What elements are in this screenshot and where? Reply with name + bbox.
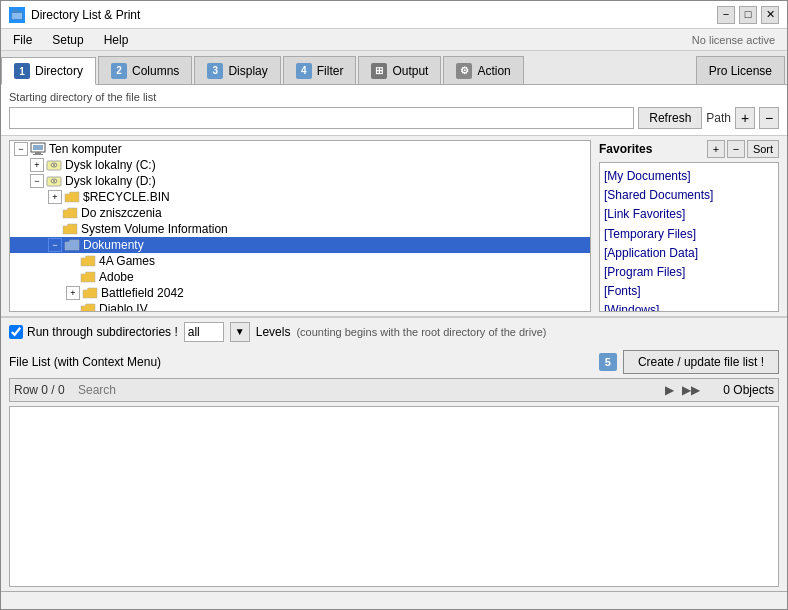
path-label: Path — [706, 111, 731, 125]
menu-help[interactable]: Help — [96, 31, 137, 49]
status-bar — [1, 591, 787, 609]
create-btn-group: 5 Create / update file list ! — [599, 350, 779, 374]
tree-item-label: Diablo IV — [99, 302, 148, 312]
expand-dokumenty[interactable]: − — [48, 238, 62, 252]
create-filelist-button[interactable]: Create / update file list ! — [623, 350, 779, 374]
favorites-panel: Favorites + − Sort [My Documents] [Share… — [599, 140, 779, 312]
subdirs-checkbox-label[interactable]: Run through subdirectories ! — [9, 325, 178, 339]
tree-item-diablo[interactable]: Diablo IV — [10, 301, 590, 312]
minimize-button[interactable]: − — [717, 6, 735, 24]
search-row: Row 0 / 0 ▶ ▶▶ 0 Objects — [9, 378, 779, 402]
tab-bar: 1 Directory 2 Columns 3 Display 4 Filter… — [1, 51, 787, 85]
folder-svi-icon — [62, 223, 78, 235]
expand-recycle[interactable]: + — [48, 190, 62, 204]
tab-columns-number: 2 — [111, 63, 127, 79]
tab-pro-label: Pro License — [709, 64, 772, 78]
search-input[interactable] — [78, 383, 656, 397]
favorites-remove-button[interactable]: − — [727, 140, 745, 158]
tree-item-label: System Volume Information — [81, 222, 228, 236]
filelist-header: File List (with Context Menu) 5 Create /… — [9, 350, 779, 374]
tree-item-d[interactable]: − Dysk lokalny (D:) — [10, 173, 590, 189]
favorites-header: Favorites + − Sort — [599, 140, 779, 158]
folder-4agames-icon — [80, 255, 96, 267]
favorites-add-button[interactable]: + — [707, 140, 725, 158]
favorites-sort-button[interactable]: Sort — [747, 140, 779, 158]
expand-computer[interactable]: − — [14, 142, 28, 156]
drive-d-icon — [46, 174, 62, 188]
fav-item-linkfav[interactable]: [Link Favorites] — [604, 205, 774, 224]
tab-action[interactable]: ⚙ Action — [443, 56, 523, 84]
subdirs-checkbox[interactable] — [9, 325, 23, 339]
levels-input[interactable] — [184, 322, 224, 342]
svg-rect-2 — [12, 13, 22, 19]
tree-item-label: Dysk lokalny (D:) — [65, 174, 156, 188]
maximize-button[interactable]: □ — [739, 6, 757, 24]
fav-item-mydocs[interactable]: [My Documents] — [604, 167, 774, 186]
play-all-button[interactable]: ▶▶ — [682, 381, 700, 399]
tab-directory-number: 1 — [14, 63, 30, 79]
levels-note: (counting begins with the root directory… — [296, 326, 546, 338]
fav-item-progfiles[interactable]: [Program Files] — [604, 263, 774, 282]
title-bar: Directory List & Print − □ ✕ — [1, 1, 787, 29]
path-remove-button[interactable]: − — [759, 107, 779, 129]
menu-file[interactable]: File — [5, 31, 40, 49]
svg-rect-6 — [33, 154, 43, 155]
file-list-area[interactable] — [9, 406, 779, 588]
menu-bar: File Setup Help No license active — [1, 29, 787, 51]
close-button[interactable]: ✕ — [761, 6, 779, 24]
play-button[interactable]: ▶ — [660, 381, 678, 399]
fav-item-windows[interactable]: [Windows] — [604, 301, 774, 311]
window-controls: − □ ✕ — [717, 6, 779, 24]
fav-item-shareddocs[interactable]: [Shared Documents] — [604, 186, 774, 205]
tab-pro-license[interactable]: Pro License — [696, 56, 785, 84]
tab-action-number: ⚙ — [456, 63, 472, 79]
dir-path-input[interactable] — [9, 107, 634, 129]
folder-dokumenty-icon — [64, 239, 80, 251]
fav-item-tempfiles[interactable]: [Temporary Files] — [604, 225, 774, 244]
svg-rect-4 — [33, 145, 43, 150]
tree-item-4agames[interactable]: 4A Games — [10, 253, 590, 269]
tree-item-dokumenty[interactable]: − Dokumenty — [10, 237, 590, 253]
levels-dropdown[interactable]: ▼ — [230, 322, 250, 342]
tree-item-computer[interactable]: − Ten komputer — [10, 141, 590, 157]
levels-label: Levels — [256, 325, 291, 339]
svg-point-12 — [53, 180, 55, 182]
tree-item-label: Battlefield 2042 — [101, 286, 184, 300]
expand-d[interactable]: − — [30, 174, 44, 188]
tab-columns[interactable]: 2 Columns — [98, 56, 192, 84]
tab-filter[interactable]: 4 Filter — [283, 56, 357, 84]
tree-item-adobe[interactable]: Adobe — [10, 269, 590, 285]
tree-item-label: Adobe — [99, 270, 134, 284]
row-count: Row 0 / 0 — [14, 383, 74, 397]
tree-panel[interactable]: − Ten komputer + — [9, 140, 591, 312]
dir-section-header: Starting directory of the file list — [9, 91, 779, 103]
tab-action-label: Action — [477, 64, 510, 78]
subdirs-label: Run through subdirectories ! — [27, 325, 178, 339]
favorites-list[interactable]: [My Documents] [Shared Documents] [Link … — [599, 162, 779, 312]
tree-item-bf2042[interactable]: + Battlefield 2042 — [10, 285, 590, 301]
expand-bf2042[interactable]: + — [66, 286, 80, 300]
tree-item-label: 4A Games — [99, 254, 155, 268]
refresh-button[interactable]: Refresh — [638, 107, 702, 129]
tab-display-number: 3 — [207, 63, 223, 79]
tab-output[interactable]: ⊞ Output — [358, 56, 441, 84]
fav-item-fonts[interactable]: [Fonts] — [604, 282, 774, 301]
content-area: Starting directory of the file list Refr… — [1, 85, 787, 609]
window-title: Directory List & Print — [31, 8, 717, 22]
tree-item-svi[interactable]: System Volume Information — [10, 221, 590, 237]
tree-item-donisz[interactable]: Do zniszczenia — [10, 205, 590, 221]
path-add-button[interactable]: + — [735, 107, 755, 129]
tree-item-label: $RECYCLE.BIN — [83, 190, 170, 204]
tab-display[interactable]: 3 Display — [194, 56, 280, 84]
svg-rect-1 — [13, 9, 18, 12]
menu-setup[interactable]: Setup — [44, 31, 91, 49]
tree-item-c[interactable]: + Dysk lokalny (C:) — [10, 157, 590, 173]
tree-item-label: Ten komputer — [49, 142, 122, 156]
expand-c[interactable]: + — [30, 158, 44, 172]
tree-item-recycle[interactable]: + $RECYCLE.BIN — [10, 189, 590, 205]
tree-item-label: Dokumenty — [83, 238, 144, 252]
fav-item-appdata[interactable]: [Application Data] — [604, 244, 774, 263]
objects-count: 0 Objects — [704, 383, 774, 397]
tab-directory[interactable]: 1 Directory — [1, 57, 96, 85]
svg-rect-5 — [35, 152, 41, 154]
